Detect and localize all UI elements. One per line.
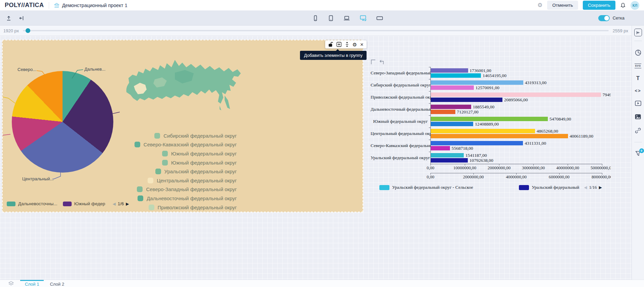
- bar-plot: 4865268,0040061189,00: [430, 128, 602, 140]
- bar: [431, 68, 468, 73]
- map-legend-label: Северо-Западный федеральный округ: [146, 186, 237, 192]
- bar-plot: 4319313,0012570091,00: [430, 79, 602, 91]
- width-slider-knob[interactable]: [26, 28, 30, 33]
- grid-toggle-label: Сетка: [613, 15, 624, 21]
- bar-value: 5568718,00: [452, 146, 473, 151]
- bar-value: 4311331,00: [525, 141, 546, 146]
- group-toolbar: ⚙ ✕: [325, 40, 367, 48]
- map-legend-item: Уральский федеральный округ: [132, 167, 237, 176]
- gear-icon[interactable]: ⚙: [537, 2, 542, 8]
- layers-icon: [8, 280, 14, 287]
- legend-swatch: [162, 151, 168, 156]
- code-icon[interactable]: <>: [635, 88, 641, 93]
- width-slider-track[interactable]: [23, 30, 608, 31]
- close-icon[interactable]: ✕: [360, 42, 364, 47]
- pie-legend-items: Дальневосточны...Южный федер: [7, 201, 105, 206]
- map-legend-item: Центральный федеральный округ: [132, 176, 237, 185]
- pie-legend: Дальневосточны...Южный федер ◀ 1/6 ▶: [7, 201, 129, 206]
- video-icon[interactable]: [635, 100, 642, 106]
- bar: [431, 105, 471, 109]
- legend-label: Дальневосточны...: [18, 201, 58, 206]
- bar-value: 5470849,00: [550, 116, 571, 122]
- bar: [431, 98, 502, 102]
- bar-value: 10792638,00: [469, 158, 493, 163]
- legend-label: Южный федер: [74, 201, 105, 206]
- right-rail: SVG T <> 0: [632, 26, 644, 280]
- device-widescreen-icon[interactable]: [376, 15, 383, 21]
- legend-swatch: [519, 185, 529, 190]
- bar-value: 4319313,00: [525, 80, 546, 85]
- group-widget[interactable]: Дальнев... Северо... Центральный... Сиби…: [2, 40, 363, 212]
- bar-row: Центральный федеральный округ4865268,004…: [371, 128, 611, 140]
- device-tablet-icon[interactable]: [328, 15, 334, 21]
- pie-legend-item[interactable]: Южный федер: [63, 201, 105, 206]
- bar: [431, 146, 450, 150]
- bar-value: 12570091,00: [476, 85, 499, 91]
- design-canvas[interactable]: Дальнев... Северо... Центральный... Сиби…: [0, 36, 632, 280]
- bar-value: 4865268,00: [537, 129, 558, 134]
- bar-row: Южный федеральный округ5470849,001240888…: [371, 115, 611, 128]
- filter-icon[interactable]: 0: [635, 150, 641, 156]
- pie-legend-next-button[interactable]: ▶: [126, 202, 129, 206]
- save-button[interactable]: Сохранить: [583, 1, 615, 10]
- barchart-widget[interactable]: Северо-Западный федеральный ок...1736001…: [371, 67, 611, 206]
- bar-row: Северо-Западный федеральный ок...1736001…: [371, 67, 611, 79]
- barchart-legend-item[interactable]: Уральский федеральный округ - Сельское: [379, 185, 473, 190]
- axis-tick-label: 6000000,00: [549, 174, 570, 180]
- axis-tick-label: 30000000,00: [522, 165, 545, 171]
- rail-divider: [634, 142, 642, 142]
- barchart-legend-slot-2: Уральский федеральный: [519, 185, 579, 190]
- legend-label: Уральский федеральный округ - Сельское: [392, 185, 473, 190]
- collapse-left-icon[interactable]: [19, 15, 24, 21]
- export-up-icon[interactable]: [6, 15, 11, 21]
- add-icon[interactable]: [336, 42, 342, 47]
- barchart-legend-next-button[interactable]: ▶: [599, 185, 602, 190]
- pie-legend-prev-button[interactable]: ◀: [113, 202, 116, 206]
- bar-value: 1541187,00: [465, 153, 487, 158]
- bar: [431, 73, 481, 78]
- text-icon[interactable]: T: [636, 76, 640, 81]
- device-laptop-icon[interactable]: [343, 15, 350, 21]
- axis-tick-label: 20000000,00: [488, 165, 510, 171]
- grid-toggle[interactable]: [598, 15, 610, 21]
- barchart-legend-prev-button[interactable]: ◀: [584, 185, 587, 190]
- axis-line: [430, 164, 602, 164]
- pie-legend-item[interactable]: Дальневосточны...: [7, 201, 58, 206]
- device-phone-icon[interactable]: [312, 15, 319, 21]
- legend-swatch: [7, 202, 15, 206]
- bar-category-label: Северо-Западный федеральный ок...: [371, 67, 430, 79]
- pie-callout-label: Центральный...: [22, 176, 53, 181]
- map-legend-item: Дальневосточный федеральный округ: [132, 194, 237, 203]
- legend-swatch: [162, 160, 168, 166]
- barchart-legend-item[interactable]: Уральский федеральный: [519, 185, 579, 190]
- bar: [431, 93, 601, 97]
- pie-chart-icon[interactable]: [635, 49, 642, 56]
- image-icon[interactable]: [635, 114, 641, 120]
- tab-layer-1[interactable]: Слой 1: [20, 280, 44, 287]
- axis-labels: 0,002000000,004000000,006000000,00800000…: [430, 174, 602, 180]
- move-back-icon[interactable]: [378, 59, 384, 65]
- unlock-icon[interactable]: [328, 42, 333, 47]
- cancel-button[interactable]: Отменить: [547, 1, 578, 10]
- bar: [431, 85, 474, 90]
- bar-value: 1885549,00: [473, 104, 494, 110]
- avatar[interactable]: КЛ: [631, 1, 639, 10]
- map-legend-label: Северо-Кавказский федеральный округ: [144, 142, 237, 147]
- collapse-panel-button[interactable]: [634, 29, 642, 36]
- map-legend-item: Сибирский федеральный округ: [132, 131, 237, 140]
- map-legend-item: Южный федеральный округ: [132, 158, 237, 167]
- svg-icon[interactable]: SVG: [635, 64, 641, 68]
- move-vertical-icon[interactable]: [345, 42, 349, 47]
- tab-layer-2[interactable]: Слой 2: [45, 280, 69, 287]
- bell-icon[interactable]: [620, 2, 626, 8]
- bar-row: Северо-Кавказский федеральный ...4311331…: [371, 140, 611, 152]
- settings-icon[interactable]: ⚙: [352, 42, 357, 47]
- device-desktop-icon[interactable]: [359, 15, 367, 22]
- bar-plot: 1541187,0010792638,00: [430, 152, 602, 164]
- width-slider-row: 1920 px 2559 px: [0, 26, 632, 36]
- select-corner-icon[interactable]: [370, 59, 376, 65]
- bar-value: 7120127,00: [457, 109, 479, 115]
- link-icon[interactable]: [635, 127, 641, 134]
- barchart-rows: Северо-Западный федеральный ок...1736001…: [371, 67, 611, 164]
- bar: [431, 117, 548, 121]
